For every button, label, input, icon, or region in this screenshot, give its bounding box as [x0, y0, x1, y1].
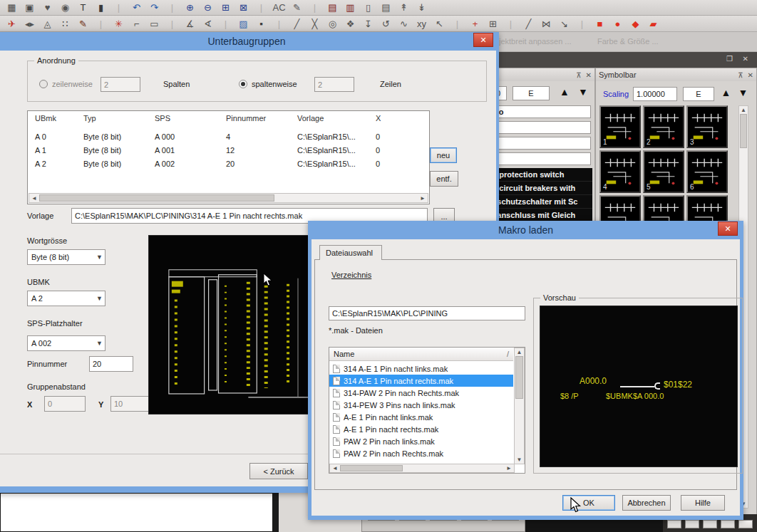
- dock-panel-left-titlebar[interactable]: ⊼✕: [491, 68, 594, 81]
- arrow-down-icon[interactable]: ▼: [575, 86, 591, 100]
- y-field[interactable]: 10: [110, 396, 152, 412]
- empty-field-3[interactable]: [493, 152, 591, 165]
- dialog-titlebar[interactable]: Makro laden: [308, 221, 743, 239]
- panel-button[interactable]: [685, 520, 699, 528]
- toolbar-icon[interactable]: ⊞: [217, 1, 235, 14]
- toolbar-icon[interactable]: ⊖: [199, 1, 217, 14]
- toolbar-icon[interactable]: ⊠: [235, 1, 252, 14]
- toolbar-icon[interactable]: ✎: [288, 1, 306, 14]
- toolbar-icon[interactable]: ▣: [21, 1, 38, 14]
- toolbar-icon[interactable]: xy: [413, 17, 431, 31]
- close-button[interactable]: [473, 33, 493, 47]
- list-item[interactable]: ranschluss mit Gleich: [493, 209, 592, 221]
- toolbar-icon[interactable]: ♥: [38, 1, 56, 14]
- sps-platzhalter-combo[interactable]: A 002▼: [27, 335, 105, 351]
- panel-button[interactable]: [738, 520, 753, 528]
- toolbar-icon[interactable]: |: [306, 1, 324, 14]
- toolbar-icon[interactable]: ∿: [395, 17, 413, 31]
- toolbar-icon[interactable]: ↡: [413, 1, 431, 14]
- toolbar-icon[interactable]: ↺: [377, 17, 395, 31]
- wortgroesse-combo[interactable]: Byte (8 bit)▼: [27, 249, 105, 265]
- toolbar-icon[interactable]: T: [74, 1, 92, 14]
- arrow-up-icon[interactable]: ▲: [557, 86, 572, 100]
- e-field[interactable]: E: [513, 86, 550, 100]
- toolbar-icon[interactable]: ▰: [644, 17, 662, 31]
- toolbar-icon[interactable]: ◉: [56, 1, 74, 14]
- panel-button[interactable]: [703, 520, 717, 528]
- zeilenweise-radio[interactable]: [39, 80, 48, 88]
- to-field[interactable]: to: [493, 105, 591, 118]
- pin-icon[interactable]: ⊼: [576, 71, 581, 79]
- toolbar-icon[interactable]: ⌐: [128, 17, 145, 31]
- toolbar-icon[interactable]: |: [502, 17, 520, 31]
- directory-path-field[interactable]: C:\ESplanR15\MAK\PLC\PINING: [329, 306, 525, 320]
- toolbar-icon[interactable]: ↖: [431, 17, 448, 31]
- toolbar-icon[interactable]: |: [163, 17, 181, 31]
- zurueck-button[interactable]: < Zurück: [249, 463, 308, 479]
- spalten-count-field[interactable]: 2: [101, 77, 140, 92]
- toolbar-icon[interactable]: ∷: [56, 17, 74, 31]
- menu-item-farbe-groesse[interactable]: Farbe & Größe ...: [597, 37, 659, 46]
- e-field[interactable]: E: [683, 87, 714, 101]
- symbol-tile[interactable]: 5: [643, 150, 684, 193]
- symbol-tile[interactable]: 1: [599, 105, 641, 148]
- toolbar-icon[interactable]: +: [466, 17, 484, 31]
- verzeichnis-label[interactable]: Verzeichnis: [331, 271, 371, 279]
- table-row[interactable]: A 1 Byte (8 bit) A 001 12 C:\ESplanR15\.…: [28, 143, 429, 157]
- table-row[interactable]: A 0 Byte (8 bit) A 000 4 C:\ESplanR15\..…: [28, 130, 429, 143]
- toolbar-icon[interactable]: ∡: [181, 17, 199, 31]
- toolbar-icon[interactable]: ◂▸: [21, 17, 38, 31]
- x-field[interactable]: 0: [44, 396, 86, 412]
- abbrechen-button[interactable]: Abbrechen: [622, 495, 671, 511]
- list-item[interactable]: r protection switch: [493, 168, 592, 181]
- toolbar-icon[interactable]: ▮: [92, 1, 110, 14]
- toolbar-icon[interactable]: ↶: [128, 1, 145, 14]
- toolbar-icon[interactable]: ▨: [235, 17, 252, 31]
- pinnummer-field[interactable]: 20: [89, 356, 133, 372]
- toolbar-icon[interactable]: ⊕: [181, 1, 199, 14]
- zeilen-count-field[interactable]: 2: [314, 77, 354, 92]
- toolbar-icon[interactable]: ◆: [627, 17, 644, 31]
- scaling-input[interactable]: 1.00000: [633, 87, 677, 101]
- toolbar-icon[interactable]: ✈: [3, 17, 21, 31]
- table-row[interactable]: A 2 Byte (8 bit) A 002 20 C:\ESplanR15\.…: [28, 157, 429, 170]
- restore-icon[interactable]: ❐: [726, 55, 733, 63]
- hilfe-button[interactable]: Hilfe: [681, 495, 725, 511]
- file-list-item[interactable]: A-E 1 Pin nacht links.mak: [329, 411, 513, 423]
- toolbar-icon[interactable]: ●: [609, 17, 627, 31]
- file-list-item[interactable]: PAW 2 Pin nach Rechts.mak: [329, 447, 513, 459]
- list-item[interactable]: rschutzschalter mit Sc: [493, 195, 592, 208]
- toolbar-icon[interactable]: ◎: [324, 17, 341, 31]
- toolbar-icon[interactable]: ❖: [341, 17, 359, 31]
- toolbar-icon[interactable]: ▤: [324, 1, 341, 14]
- toolbar-icon[interactable]: |: [217, 17, 235, 31]
- dialog-titlebar[interactable]: Unterbaugruppen: [0, 32, 499, 51]
- toolbar-icon[interactable]: ⋈: [537, 17, 555, 31]
- symbol-tile[interactable]: 6: [686, 150, 728, 193]
- spaltenweise-radio[interactable]: [239, 80, 247, 88]
- entf-button[interactable]: entf.: [430, 171, 458, 187]
- file-list-item[interactable]: 314-PEW 3 Pins nach links.mak: [329, 399, 513, 411]
- toolbar-icon[interactable]: |: [270, 17, 288, 31]
- file-list-item[interactable]: A-E 1 Pin nacht rechts.mak: [329, 423, 513, 435]
- arrow-up-icon[interactable]: ▲: [719, 87, 733, 101]
- toolbar-icon[interactable]: ╱: [288, 17, 306, 31]
- toolbar-icon[interactable]: ▦: [3, 1, 21, 14]
- close-button[interactable]: [718, 221, 738, 236]
- toolbar-icon[interactable]: ◬: [38, 17, 56, 31]
- file-list-item[interactable]: 314 A-E 1 Pin nacht rechts.mak: [329, 375, 513, 387]
- empty-field-2[interactable]: [493, 137, 591, 150]
- close-icon[interactable]: ✕: [748, 71, 753, 79]
- file-list-item[interactable]: 314 A-E 1 Pin nacht links.mak: [329, 363, 513, 375]
- toolbar-icon[interactable]: ▤: [377, 1, 395, 14]
- symbol-tile[interactable]: 2: [643, 105, 684, 148]
- toolbar-icon[interactable]: |: [448, 17, 466, 31]
- toolbar-icon[interactable]: ↟: [395, 1, 413, 14]
- toolbar-icon[interactable]: ∢: [199, 17, 217, 31]
- symbolbar-titlebar[interactable]: Symbolbar ⊼✕: [596, 68, 756, 81]
- empty-field-1[interactable]: [493, 121, 591, 134]
- file-list-item[interactable]: PAW 2 Pin nach links.mak: [329, 435, 513, 447]
- toolbar-icon[interactable]: |: [110, 1, 128, 14]
- close-icon[interactable]: ✕: [586, 71, 592, 79]
- toolbar-icon[interactable]: |: [163, 1, 181, 14]
